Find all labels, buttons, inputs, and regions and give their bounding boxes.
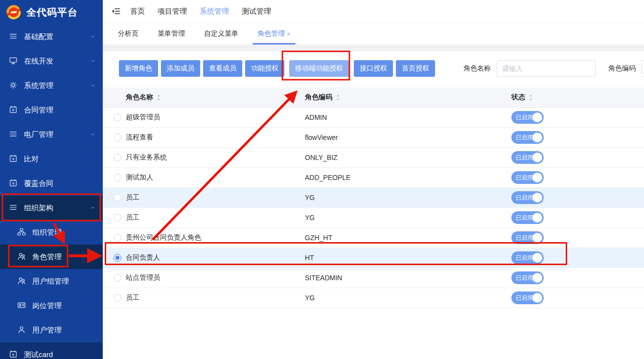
sidebar-item-compare[interactable]: 比对	[0, 147, 103, 171]
role-name-filter: 角色名称	[463, 60, 596, 77]
table-row[interactable]: 站点管理员 SITEADMIN 已启用	[103, 268, 644, 288]
table-row[interactable]: 测试加人 ADD_PEOPLE 已启用	[103, 168, 644, 188]
sidebar-item-system-mgmt[interactable]: 系统管理	[0, 73, 103, 98]
toolbar-buttons: 新增角色添加成员查看成员功能授权移动端功能授权接口授权首页授权	[119, 60, 438, 77]
nav-item-home[interactable]: 首页	[130, 7, 145, 16]
role-name-cell: 贵州公司合同负责人角色	[126, 233, 201, 242]
status-toggle-label: 已启用	[516, 234, 533, 242]
sidebar-item-plant-mgmt[interactable]: 电厂管理	[0, 122, 103, 147]
tab-role-mgmt[interactable]: 角色管理 ×	[256, 23, 292, 45]
role-name-cell: 合同负责人	[126, 253, 160, 262]
table-row[interactable]: 流程查看 flowViewer 已启用	[103, 128, 644, 148]
view-members-button[interactable]: 查看成员	[203, 60, 242, 77]
role-code-filter: 角色编码	[608, 60, 644, 77]
row-radio[interactable]	[114, 274, 121, 282]
status-toggle[interactable]: 已启用	[511, 251, 544, 264]
toggle-knob	[532, 112, 542, 122]
role-code-cell: flowViewer	[305, 134, 511, 141]
row-radio[interactable]	[114, 254, 121, 262]
role-code-input[interactable]	[642, 60, 644, 77]
tab-menu-mgmt[interactable]: 菜单管理	[156, 23, 186, 45]
sidebar-item-test-card[interactable]: 测试card	[0, 342, 103, 359]
tab-custom-menu[interactable]: 自定义菜单	[203, 23, 240, 45]
row-radio[interactable]	[114, 134, 121, 141]
table-body: 超级管理员 ADMIN 已启用 流程查看 flowViewer 已启用 只有业务…	[103, 108, 644, 308]
status-toggle[interactable]: 已启用	[511, 151, 544, 164]
role-name-cell: 员工	[126, 213, 139, 222]
menu-fold-icon[interactable]	[111, 6, 121, 16]
status-toggle[interactable]: 已启用	[511, 292, 544, 304]
nav-item-project-mgmt[interactable]: 项目管理	[158, 7, 187, 16]
row-radio[interactable]	[114, 194, 121, 202]
sidebar-item-post-mgmt[interactable]: 岗位管理	[0, 293, 103, 318]
row-radio[interactable]	[114, 294, 121, 302]
add-role-button[interactable]: 新增角色	[119, 60, 158, 77]
sidebar-item-org-structure[interactable]: 组织架构	[0, 196, 103, 220]
nav-item-test-mgmt[interactable]: 测试管理	[242, 7, 271, 16]
contract-icon	[9, 350, 18, 359]
status-toggle[interactable]: 已启用	[511, 191, 544, 204]
nav-item-system-mgmt[interactable]: 系统管理	[200, 7, 229, 16]
row-radio[interactable]	[114, 234, 121, 242]
column-header-status[interactable]: 状态	[511, 93, 644, 102]
status-toggle-label: 已启用	[516, 113, 533, 122]
status-toggle[interactable]: 已启用	[511, 171, 544, 184]
toggle-knob	[532, 133, 542, 142]
monitor-icon	[9, 56, 18, 67]
toggle-knob	[532, 213, 542, 223]
table-row[interactable]: 超级管理员 ADMIN 已启用	[103, 108, 644, 128]
role-code-cell: ADD_PEOPLE	[305, 174, 511, 181]
table-row[interactable]: 贵州公司合同负责人角色 GZH_HT 已启用	[103, 228, 644, 248]
column-header-role-name[interactable]: 角色名称	[103, 93, 305, 102]
status-toggle-label: 已启用	[516, 154, 533, 162]
sidebar-item-role-mgmt[interactable]: 角色管理	[0, 245, 103, 269]
chevron-down-icon	[90, 57, 96, 66]
row-radio[interactable]	[114, 174, 121, 181]
table-row[interactable]: 员工 YG 已启用	[103, 288, 644, 308]
status-toggle-label: 已启用	[516, 134, 533, 142]
table-row[interactable]: 只有业务系统 ONLY_BIZ 已启用	[103, 148, 644, 168]
users-icon	[17, 252, 26, 262]
table-row[interactable]: 合同负责人 HT 已启用	[103, 248, 644, 268]
add-member-button[interactable]: 添加成员	[161, 60, 200, 77]
sidebar-item-cover-contract[interactable]: 覆盖合同	[0, 171, 103, 196]
row-radio[interactable]	[114, 154, 121, 161]
contract-icon	[9, 105, 18, 115]
tab-analysis[interactable]: 分析页	[116, 23, 140, 45]
sidebar-item-user-group-mgmt[interactable]: 用户组管理	[0, 269, 103, 293]
lines-icon	[9, 130, 18, 140]
row-radio[interactable]	[114, 214, 121, 222]
home-auth-button[interactable]: 首页授权	[396, 60, 435, 77]
sort-icon	[157, 94, 161, 101]
status-toggle[interactable]: 已启用	[511, 131, 544, 144]
role-code-cell: SITEADMIN	[305, 274, 511, 282]
table-row[interactable]: 员工 YG 已启用	[103, 188, 644, 208]
app-root: 全代码平台 基础配置 在线开发 系统管理 合同管理 电厂管理 比对 覆盖合同 组…	[0, 0, 644, 359]
status-toggle[interactable]: 已启用	[511, 231, 544, 244]
status-toggle[interactable]: 已启用	[511, 211, 544, 224]
mobile-function-auth-button[interactable]: 移动端功能授权	[289, 60, 349, 77]
sidebar-item-basic-config[interactable]: 基础配置	[0, 24, 103, 49]
table-row[interactable]: 员工 YG 已启用	[103, 208, 644, 228]
sidebar-item-contract-mgmt[interactable]: 合同管理	[0, 98, 103, 122]
table-header: 角色名称 角色编码 状态	[103, 88, 644, 108]
role-code-cell: YG	[305, 214, 511, 222]
row-radio[interactable]	[114, 113, 121, 121]
top-nav: 首页项目管理系统管理测试管理	[103, 0, 644, 23]
sidebar-item-user-mgmt[interactable]: 用户管理	[0, 318, 103, 342]
sort-icon	[529, 94, 533, 101]
role-name-cell: 测试加人	[126, 173, 153, 182]
function-auth-button[interactable]: 功能授权	[245, 60, 284, 77]
api-auth-button[interactable]: 接口授权	[354, 60, 393, 77]
toggle-knob	[532, 173, 542, 182]
status-toggle[interactable]: 已启用	[511, 271, 544, 284]
idcard-icon	[17, 301, 26, 311]
toggle-knob	[532, 233, 542, 243]
role-name-input[interactable]	[497, 60, 596, 77]
chevron-down-icon	[90, 33, 96, 41]
sidebar-item-online-dev[interactable]: 在线开发	[0, 49, 103, 73]
tab-close-icon[interactable]: ×	[287, 31, 291, 37]
status-toggle[interactable]: 已启用	[511, 111, 544, 124]
sidebar-item-org-mgmt[interactable]: 组织管理	[0, 220, 103, 245]
column-header-role-code[interactable]: 角色编码	[305, 93, 511, 102]
